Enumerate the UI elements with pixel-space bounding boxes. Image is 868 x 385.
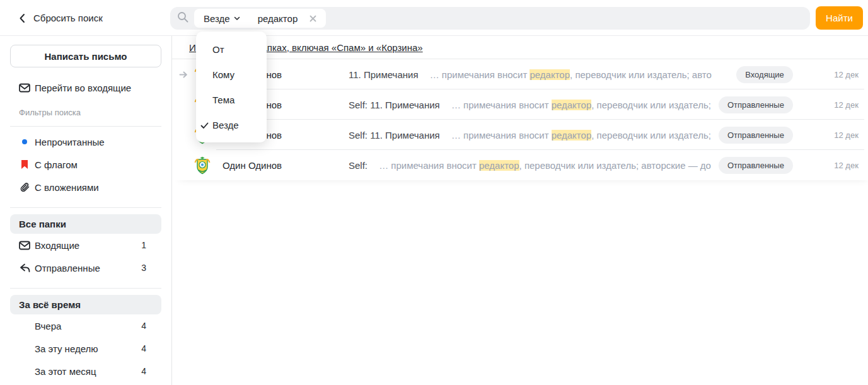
mail-snippet: … примечания вносит редактор, переводчик… [451, 130, 711, 141]
time-yesterday-label: Вчера [35, 321, 61, 331]
time-month-label: За этот месяц [35, 366, 96, 377]
scope-option-label: Везде [212, 120, 239, 130]
paperclip-icon [19, 182, 30, 193]
back-chevron-icon [19, 13, 25, 23]
subject-snippet: Self: 11. Примечания … примечания вносит… [349, 100, 711, 110]
filter-flagged-label: С флагом [35, 159, 78, 170]
highlighted-term: редактор [552, 130, 592, 141]
sidebar-item-inbox[interactable]: Входящие 1 [10, 234, 161, 256]
folder-sent-count: 3 [141, 263, 154, 273]
time-filter-yesterday[interactable]: Вчера 4 [10, 314, 161, 337]
scope-label: Везде [204, 13, 230, 24]
goto-inbox-link[interactable]: Перейти во входящие [10, 76, 161, 99]
top-bar: Сбросить поиск Везде редактор Найти [0, 0, 868, 36]
filter-unread[interactable]: Непрочитанные [10, 130, 161, 153]
time-week-label: За эту неделю [35, 343, 98, 354]
avatar [194, 156, 211, 175]
highlighted-term: редактор [479, 160, 519, 171]
mail-date: 12 дек [793, 130, 859, 140]
folder-badge: Отправленные [719, 157, 793, 174]
compose-button[interactable]: Написать письмо [10, 45, 161, 67]
scope-dropdown-item[interactable]: Везде [196, 112, 267, 137]
mail-row[interactable]: Один Одинов Self: 11. Примечания … приме… [172, 89, 868, 120]
mail-list: Один Одинов 11. Примечания … примечания … [172, 59, 868, 180]
search-filters-title: Фильтры поиска [10, 108, 161, 117]
envelope-icon [19, 83, 30, 93]
subject-snippet: Self: … примечания вносит редактор, пере… [349, 160, 711, 171]
time-filter-week[interactable]: За эту неделю 4 [10, 337, 161, 360]
folder-inbox-count: 1 [141, 240, 154, 250]
sidebar-item-sent[interactable]: Отправленные 3 [10, 256, 161, 279]
scope-selector[interactable]: Везде [204, 13, 240, 24]
results-area: Искать во всех папках, включая «Спам» и … [172, 36, 868, 385]
time-range-header: За всё время [10, 295, 161, 314]
subject-snippet: Self: 11. Примечания … примечания вносит… [349, 130, 711, 141]
envelope-icon [19, 241, 30, 250]
divider [10, 126, 161, 127]
mail-row[interactable]: Один Одинов 11. Примечания … примечания … [172, 59, 868, 89]
mail-subject: 11. Примечания [349, 69, 419, 80]
sender-name: Один Одинов [223, 160, 349, 171]
reset-search-button[interactable]: Сбросить поиск [19, 0, 103, 36]
folder-badge: Входящие [736, 66, 793, 83]
scope-option-label: От [212, 44, 224, 55]
highlighted-term: редактор [552, 100, 592, 110]
mail-date: 12 дек [793, 70, 859, 79]
scope-dropdown-item[interactable]: От [196, 37, 267, 62]
scope-option-label: Кому [212, 69, 234, 80]
divider [10, 288, 161, 289]
highlighted-term: редактор [529, 69, 570, 80]
scope-dropdown-menu: От Кому Тема Везде [196, 32, 267, 142]
mail-subject: Self: [349, 160, 367, 171]
all-folders-header: Все папки [10, 214, 161, 234]
mail-subject: Self: 11. Примечания [349, 130, 440, 141]
time-week-count: 4 [141, 343, 154, 353]
reply-arrow-icon [19, 263, 30, 273]
replied-arrow-icon [172, 71, 195, 79]
time-yesterday-count: 4 [141, 321, 154, 331]
filter-flagged[interactable]: С флагом [10, 153, 161, 176]
search-query-text[interactable]: редактор [258, 13, 298, 24]
time-month-count: 4 [141, 366, 154, 376]
chevron-down-icon [234, 16, 240, 21]
mail-date: 12 дек [793, 161, 859, 170]
mail-snippet: … примечания вносит редактор, переводчик… [451, 100, 711, 110]
folder-badge: Отправленные [719, 127, 793, 144]
folder-inbox-label: Входящие [35, 240, 79, 251]
search-icon [177, 11, 188, 25]
reset-search-label: Сбросить поиск [33, 13, 103, 23]
mail-row[interactable]: Один Одинов Self: … примечания вносит ре… [172, 150, 868, 180]
mail-subject: Self: 11. Примечания [349, 100, 440, 110]
flag-icon [19, 159, 30, 170]
mail-row[interactable]: Один Одинов Self: 11. Примечания … приме… [172, 120, 868, 150]
time-filter-month[interactable]: За этот месяц 4 [10, 360, 161, 382]
sidebar: Написать письмо Перейти во входящие Филь… [0, 36, 172, 385]
filter-attachments-label: С вложениями [35, 182, 99, 193]
scope-option-label: Тема [212, 95, 234, 105]
search-query-pill: Везде редактор [194, 9, 326, 28]
clear-query-icon[interactable] [310, 15, 316, 22]
scope-dropdown-item[interactable]: Кому [196, 62, 267, 87]
folder-badge: Отправленные [719, 96, 793, 113]
mail-snippet: … примечания вносит редактор, переводчик… [379, 160, 711, 171]
checkmark-icon [200, 120, 209, 131]
search-bar[interactable]: Везде редактор [170, 7, 810, 30]
filter-attachments[interactable]: С вложениями [10, 176, 161, 198]
subject-snippet: 11. Примечания … примечания вносит редак… [349, 69, 729, 80]
unread-dot-icon [19, 139, 30, 144]
scope-dropdown-item[interactable]: Тема [196, 87, 267, 112]
mail-snippet: … примечания вносит редактор, переводчик… [430, 69, 712, 80]
goto-inbox-label: Перейти во входящие [35, 83, 131, 93]
folder-sent-label: Отправленные [35, 263, 100, 273]
divider [10, 207, 161, 208]
mail-date: 12 дек [793, 100, 859, 110]
find-button[interactable]: Найти [816, 6, 863, 30]
filter-unread-label: Непрочитанные [35, 137, 105, 147]
